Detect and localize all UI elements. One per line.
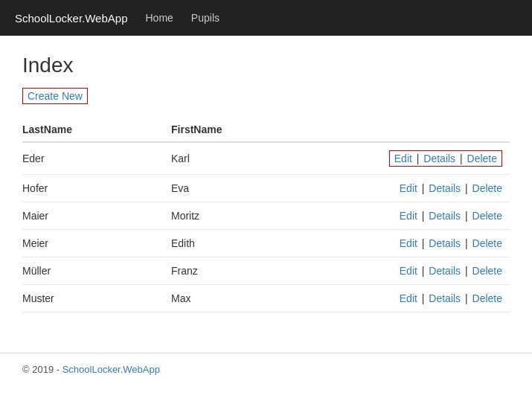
- sep1: |: [419, 265, 427, 277]
- details-link[interactable]: Details: [429, 182, 461, 194]
- navbar-link-pupils[interactable]: Pupils: [191, 12, 219, 24]
- footer-text: © 2019 - SchoolLocker.WebApp: [22, 364, 160, 375]
- cell-firstname: Franz: [171, 257, 335, 285]
- table-header: LastName FirstName: [22, 118, 510, 142]
- sep2: |: [462, 265, 470, 277]
- table-row: EderKarlEdit | Details | Delete: [22, 142, 510, 175]
- delete-link[interactable]: Delete: [472, 210, 502, 222]
- main-content: Index Create New LastName FirstName Eder…: [0, 36, 532, 330]
- cell-actions: Edit | Details | Delete: [335, 175, 510, 202]
- cell-actions: Edit | Details | Delete: [335, 142, 510, 175]
- footer-link[interactable]: SchoolLocker.WebApp: [63, 364, 160, 375]
- edit-link[interactable]: Edit: [400, 210, 417, 222]
- delete-link[interactable]: Delete: [467, 153, 497, 164]
- edit-link[interactable]: Edit: [400, 265, 417, 277]
- delete-link[interactable]: Delete: [472, 292, 502, 304]
- sep1: |: [419, 210, 427, 222]
- navbar-brand[interactable]: SchoolLocker.WebApp: [15, 12, 128, 25]
- table-row: MeierEdithEdit | Details | Delete: [22, 230, 510, 257]
- cell-firstname: Eva: [171, 175, 335, 202]
- page-title: Index: [22, 54, 510, 77]
- cell-lastname: Meier: [22, 230, 171, 257]
- cell-lastname: Muster: [22, 285, 171, 312]
- cell-firstname: Karl: [171, 142, 335, 175]
- col-header-lastname: LastName: [22, 118, 171, 142]
- delete-link[interactable]: Delete: [472, 237, 502, 249]
- cell-actions: Edit | Details | Delete: [335, 202, 510, 230]
- cell-firstname: Edith: [171, 230, 335, 257]
- details-link[interactable]: Details: [429, 292, 461, 304]
- footer: © 2019 - SchoolLocker.WebApp: [0, 353, 532, 385]
- sep1: |: [414, 153, 422, 164]
- highlighted-actions-wrapper: Edit | Details | Delete: [389, 150, 502, 167]
- cell-lastname: Eder: [22, 142, 171, 175]
- details-link[interactable]: Details: [429, 237, 461, 249]
- pupils-table: LastName FirstName EderKarlEdit | Detail…: [22, 118, 510, 312]
- col-header-firstname: FirstName: [171, 118, 335, 142]
- sep2: |: [462, 292, 470, 304]
- cell-actions: Edit | Details | Delete: [335, 230, 510, 257]
- details-link[interactable]: Details: [423, 153, 455, 164]
- cell-lastname: Hofer: [22, 175, 171, 202]
- sep2: |: [462, 182, 470, 194]
- edit-link[interactable]: Edit: [400, 182, 417, 194]
- navbar-link-home[interactable]: Home: [146, 12, 173, 24]
- cell-firstname: Moritz: [171, 202, 335, 230]
- delete-link[interactable]: Delete: [472, 265, 502, 277]
- cell-lastname: Müller: [22, 257, 171, 285]
- edit-link[interactable]: Edit: [400, 237, 417, 249]
- sep2: |: [457, 153, 465, 164]
- delete-link[interactable]: Delete: [472, 182, 502, 194]
- create-new-button[interactable]: Create New: [22, 88, 88, 104]
- sep1: |: [419, 237, 427, 249]
- table-row: MusterMaxEdit | Details | Delete: [22, 285, 510, 312]
- edit-link[interactable]: Edit: [400, 292, 417, 304]
- table-row: MüllerFranzEdit | Details | Delete: [22, 257, 510, 285]
- navbar: SchoolLocker.WebApp Home Pupils: [0, 0, 532, 36]
- table-row: MaierMoritzEdit | Details | Delete: [22, 202, 510, 230]
- edit-link[interactable]: Edit: [394, 153, 412, 164]
- cell-actions: Edit | Details | Delete: [335, 257, 510, 285]
- table-row: HoferEvaEdit | Details | Delete: [22, 175, 510, 202]
- sep1: |: [419, 182, 427, 194]
- cell-lastname: Maier: [22, 202, 171, 230]
- sep2: |: [462, 210, 470, 222]
- col-header-actions: [335, 118, 510, 142]
- sep2: |: [462, 237, 470, 249]
- cell-firstname: Max: [171, 285, 335, 312]
- cell-actions: Edit | Details | Delete: [335, 285, 510, 312]
- details-link[interactable]: Details: [429, 210, 461, 222]
- sep1: |: [419, 292, 427, 304]
- details-link[interactable]: Details: [429, 265, 461, 277]
- table-body: EderKarlEdit | Details | DeleteHoferEvaE…: [22, 142, 510, 312]
